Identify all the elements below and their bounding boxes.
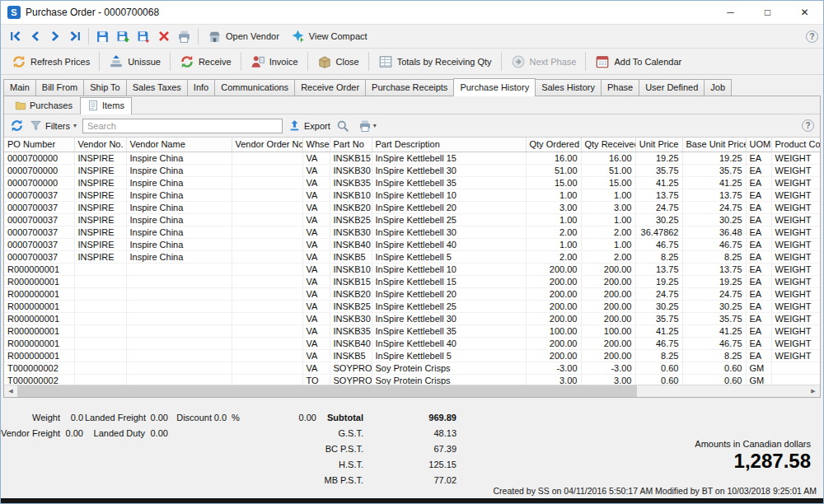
tab-ship-to[interactable]: Ship To	[83, 79, 127, 96]
cell-vendor-name	[126, 263, 232, 275]
last-record-button[interactable]	[65, 27, 85, 45]
close-button[interactable]: ✕	[786, 1, 823, 24]
search-input[interactable]	[82, 119, 283, 133]
cell-vendor-name	[126, 374, 232, 385]
delete-button[interactable]	[154, 27, 174, 45]
column-header-qty-ordered[interactable]: Qty Ordered	[526, 138, 581, 152]
subtab-purchases[interactable]: Purchases	[7, 97, 80, 114]
tab-communications[interactable]: Communications	[214, 79, 295, 96]
table-row[interactable]: R000000001VAINSKB10InSpire Kettlebell 10…	[4, 263, 820, 275]
save-close-button[interactable]	[133, 27, 154, 46]
last-record-icon	[68, 30, 82, 43]
scroll-left-icon[interactable]: ◀	[4, 385, 17, 397]
open-vendor-button[interactable]: Open Vendor	[202, 27, 285, 46]
tab-receive-order[interactable]: Receive Order	[294, 79, 366, 96]
table-row[interactable]: 0000700037INSPIREInspire ChinaVAINSKB30I…	[4, 226, 820, 238]
scrollbar-thumb[interactable]	[17, 385, 637, 397]
previous-record-button[interactable]	[26, 27, 45, 45]
column-header-whse[interactable]: Whse	[302, 138, 330, 152]
cell-part-description: InSpire Kettlebell 10	[372, 189, 526, 201]
table-row[interactable]: 0000700037INSPIREInspire ChinaVAINSKB5In…	[4, 250, 820, 263]
table-row[interactable]: R000000001VAINSKB40InSpire Kettlebell 40…	[4, 337, 820, 349]
column-header-qty-received[interactable]: Qty Received	[581, 138, 635, 152]
horizontal-scrollbar[interactable]: ◀ ▶	[4, 385, 820, 397]
subtab-items[interactable]: Items	[80, 97, 132, 114]
tab-purchase-history[interactable]: Purchase History	[453, 78, 536, 96]
cell-vendor-name	[126, 312, 232, 324]
totals-by-receiving-qty-button[interactable]: Totals by Receiving Qty	[372, 52, 498, 72]
column-header-product-co[interactable]: Product Co	[771, 138, 820, 152]
tab-info[interactable]: Info	[187, 79, 215, 96]
table-row[interactable]: R000000001VAINSKB30InSpire Kettlebell 30…	[4, 312, 820, 324]
cell-po-number: R000000001	[4, 300, 74, 312]
table-row[interactable]: 0000700037INSPIREInspire ChinaVAINSKB10I…	[4, 189, 820, 201]
table-row[interactable]: 0000700000INSPIREInspire ChinaVAINSKB30I…	[4, 164, 820, 176]
hst-label: H.S.T.	[297, 460, 363, 469]
table-row[interactable]: 0000700037INSPIREInspire ChinaVAINSKB20I…	[4, 201, 820, 213]
refresh-grid-icon[interactable]	[10, 119, 24, 133]
invoice-button[interactable]: Invoice	[245, 52, 304, 72]
tab-bill-from[interactable]: Bill From	[35, 79, 84, 96]
print-button[interactable]	[174, 27, 194, 46]
save-template-button[interactable]	[113, 27, 133, 46]
cell-base-unit-price: 35.75	[682, 312, 746, 324]
help-icon[interactable]: ?	[806, 30, 818, 43]
table-row[interactable]: R000000001VAINSKB25InSpire Kettlebell 25…	[4, 300, 820, 312]
tab-sales-taxes[interactable]: Sales Taxes	[126, 79, 188, 96]
tab-main[interactable]: Main	[3, 79, 36, 96]
tab-sales-history[interactable]: Sales History	[535, 79, 602, 96]
column-header-part-no[interactable]: Part No	[330, 138, 372, 152]
first-record-button[interactable]	[6, 27, 26, 45]
table-row[interactable]: 0000700037INSPIREInspire ChinaVAINSKB25I…	[4, 213, 820, 226]
toolbar-separator	[99, 52, 100, 71]
table-row[interactable]: 0000700037INSPIREInspire ChinaVAINSKB40I…	[4, 238, 820, 250]
scroll-right-icon[interactable]: ▶	[807, 385, 820, 397]
refresh-prices-button[interactable]: Refresh Prices	[6, 52, 96, 72]
save-button[interactable]	[92, 27, 113, 46]
export-button[interactable]: Export	[288, 119, 330, 132]
unissue-button[interactable]: Unissue	[103, 52, 166, 72]
search-icon[interactable]	[336, 119, 349, 133]
cell-whse: VA	[302, 164, 330, 176]
invoice-icon	[250, 54, 265, 69]
column-header-uom[interactable]: UOM	[746, 138, 771, 152]
column-header-vendor-no[interactable]: Vendor No.	[74, 138, 126, 152]
scrollbar-track[interactable]	[637, 385, 807, 397]
table-row[interactable]: R000000001VAINSKB15InSpire Kettlebell 15…	[4, 275, 820, 287]
column-header-part-description[interactable]: Part Description	[372, 138, 526, 152]
grid-help-icon[interactable]: ?	[802, 119, 814, 132]
tab-job[interactable]: Job	[704, 79, 732, 96]
maximize-button[interactable]: □	[749, 1, 786, 24]
column-header-base-unit-price[interactable]: Base Unit Price	[682, 138, 746, 152]
add-to-calendar-button[interactable]: Add To Calendar	[589, 52, 687, 72]
cell-vendor-order-no	[232, 362, 302, 374]
table-row[interactable]: T000000002TOSOYPROSoy Protein Crisps3.00…	[4, 374, 820, 385]
column-header-vendor-order-no[interactable]: Vendor Order No	[232, 138, 302, 152]
table-row[interactable]: 0000700000INSPIREInspire ChinaVAINSKB35I…	[4, 176, 820, 189]
filters-button[interactable]: Filters ▾	[30, 119, 77, 132]
table-row[interactable]: 0000700000INSPIREInspire ChinaVAINSKB15I…	[4, 152, 820, 164]
table-row[interactable]: T000000002VASOYPROSoy Protein Crisps-3.0…	[4, 362, 820, 374]
tab-purchase-receipts[interactable]: Purchase Receipts	[365, 79, 454, 96]
receive-button[interactable]: Receive	[174, 52, 237, 72]
column-header-po-number[interactable]: PO Number	[4, 138, 74, 152]
cell-unit-price: 46.75	[635, 238, 682, 250]
next-record-button[interactable]	[45, 27, 65, 45]
cell-part-no: INSKB40	[330, 337, 372, 349]
print-grid-button[interactable]: ▾	[355, 117, 380, 135]
cell-vendor-order-no	[232, 287, 302, 300]
tab-user-defined[interactable]: User Defined	[639, 79, 705, 96]
cell-base-unit-price: 0.60	[682, 374, 746, 385]
column-header-unit-price[interactable]: Unit Price	[635, 138, 682, 152]
minimize-button[interactable]: ─	[712, 1, 749, 24]
tab-phase[interactable]: Phase	[601, 79, 639, 96]
table-row[interactable]: R000000001VAINSKB20InSpire Kettlebell 20…	[4, 287, 820, 300]
table-row[interactable]: R000000001VAINSKB35InSpire Kettlebell 35…	[4, 324, 820, 337]
table-row[interactable]: R000000001VAINSKB5InSpire Kettlebell 520…	[4, 349, 820, 362]
close-po-button[interactable]: Close	[311, 52, 365, 72]
column-header-vendor-name[interactable]: Vendor Name	[126, 138, 232, 152]
main-toolbar: Open Vendor View Compact ?	[1, 24, 823, 49]
receive-icon	[180, 54, 194, 69]
view-compact-button[interactable]: View Compact	[285, 27, 373, 46]
cell-qty-received: 51.00	[581, 164, 635, 176]
